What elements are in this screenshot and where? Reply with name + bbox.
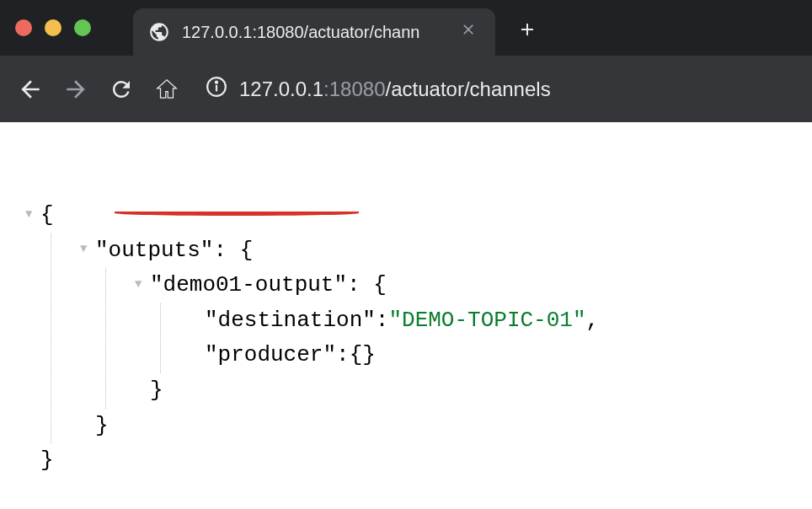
json-line-close[interactable]: } bbox=[135, 373, 812, 409]
highlight-underline bbox=[115, 211, 359, 216]
json-value-destination: "DEMO-TOPIC-01" bbox=[388, 303, 585, 339]
json-key-outputs: "outputs" bbox=[95, 233, 213, 269]
json-line-root-close[interactable]: } bbox=[25, 443, 812, 479]
url-host: 127.0.0.1 bbox=[239, 78, 323, 100]
close-tab-icon[interactable] bbox=[457, 18, 480, 46]
json-colon: : bbox=[336, 338, 350, 373]
address-bar[interactable]: 127.0.0.1:18080/actuator/channels bbox=[206, 76, 551, 103]
page-content: ▼ { ▼ "outputs": { ▼ "demo01-output": { bbox=[0, 122, 812, 479]
browser-chrome: 127.0.0.1:18080/actuator/chann 127.0.0 bbox=[0, 0, 812, 122]
browser-tab[interactable]: 127.0.0.1:18080/actuator/chann bbox=[133, 8, 495, 56]
tab-title: 127.0.0.1:18080/actuator/chann bbox=[182, 23, 445, 42]
nav-bar: 127.0.0.1:18080/actuator/channels bbox=[0, 56, 812, 122]
json-colon-brace: : { bbox=[213, 233, 253, 269]
back-button[interactable] bbox=[15, 74, 45, 104]
home-button[interactable] bbox=[152, 74, 182, 104]
collapse-toggle-icon[interactable]: ▼ bbox=[25, 205, 40, 223]
svg-point-2 bbox=[216, 81, 217, 83]
minimize-window-button[interactable] bbox=[45, 19, 61, 36]
url-text: 127.0.0.1:18080/actuator/channels bbox=[239, 78, 551, 101]
json-colon-brace: : { bbox=[347, 268, 387, 303]
json-brace-close: } bbox=[95, 409, 109, 444]
json-line-producer[interactable]: "producer": {} bbox=[190, 338, 812, 373]
info-icon[interactable] bbox=[206, 76, 227, 103]
reload-button[interactable] bbox=[106, 74, 136, 104]
tab-bar: 127.0.0.1:18080/actuator/chann bbox=[0, 0, 812, 56]
maximize-window-button[interactable] bbox=[74, 19, 91, 36]
json-line-close[interactable]: } bbox=[80, 409, 812, 444]
window-controls bbox=[15, 19, 91, 36]
new-tab-button[interactable] bbox=[510, 12, 544, 52]
json-comma: , bbox=[586, 303, 600, 339]
collapse-toggle-icon[interactable]: ▼ bbox=[80, 239, 95, 258]
json-line-root-open[interactable]: ▼ { bbox=[25, 198, 812, 233]
json-value-producer: {} bbox=[350, 338, 376, 373]
json-brace-close: } bbox=[40, 443, 54, 479]
globe-icon bbox=[148, 21, 170, 43]
json-key-destination: "destination" bbox=[205, 303, 376, 339]
url-port: :18080 bbox=[323, 78, 385, 100]
forward-button[interactable] bbox=[61, 74, 91, 104]
collapse-toggle-icon[interactable]: ▼ bbox=[135, 275, 150, 293]
json-line-destination[interactable]: "destination": "DEMO-TOPIC-01", bbox=[190, 303, 812, 339]
json-brace: { bbox=[40, 198, 54, 233]
json-key-producer: "producer" bbox=[205, 338, 336, 373]
json-line-outputs[interactable]: ▼ "outputs": { bbox=[80, 233, 812, 269]
json-line-demo01[interactable]: ▼ "demo01-output": { bbox=[135, 268, 812, 303]
url-path: /actuator/channels bbox=[386, 78, 551, 100]
close-window-button[interactable] bbox=[15, 19, 32, 36]
json-colon: : bbox=[376, 303, 389, 339]
json-brace-close: } bbox=[150, 373, 163, 409]
json-key-demo01-output: "demo01-output" bbox=[150, 268, 347, 303]
